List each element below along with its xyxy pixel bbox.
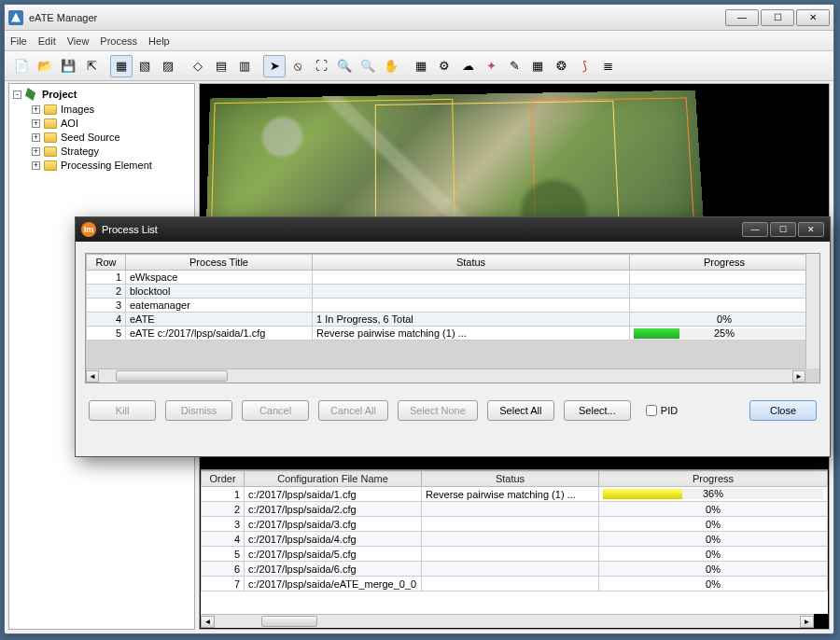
main-maximize-button[interactable] <box>761 9 794 26</box>
col-progress[interactable]: Progress <box>599 471 828 487</box>
dialog-close-button[interactable] <box>798 222 824 237</box>
table-row[interactable]: 1 eWkspace <box>87 271 819 285</box>
scroll-thumb[interactable] <box>116 370 228 382</box>
table-row[interactable]: 2 c:/2017/lpsp/saida/2.cfg 0% <box>202 502 828 517</box>
config-table[interactable]: Order Configuration File Name Status Pro… <box>201 470 828 591</box>
tree-item-strategy[interactable]: + Strategy <box>32 146 190 157</box>
tb-save-icon[interactable]: 💾 <box>57 55 79 77</box>
scroll-right-icon[interactable]: ► <box>792 370 805 383</box>
main-titlebar[interactable]: eATE Manager <box>5 5 833 31</box>
tb-cog-icon[interactable]: ❂ <box>550 55 572 77</box>
table-row[interactable]: 6 c:/2017/lpsp/saida/6.cfg 0% <box>202 562 828 577</box>
table-row[interactable]: 5 c:/2017/lpsp/saida/5.cfg 0% <box>202 547 828 562</box>
table-row[interactable]: 2 blocktool <box>87 285 819 299</box>
tb-overlay-icon[interactable]: ▨ <box>157 55 179 77</box>
folder-icon <box>44 118 57 129</box>
tb-pointer-icon[interactable]: ➤ <box>263 55 286 77</box>
tb-table-icon[interactable]: ▦ <box>410 55 432 77</box>
scroll-left-icon[interactable]: ◄ <box>86 370 99 383</box>
expand-icon[interactable]: + <box>32 119 40 128</box>
pid-checkbox[interactable]: PID <box>646 405 678 416</box>
tb-cloud-icon[interactable]: ☁ <box>456 55 479 77</box>
process-table-wrap: Row Process Title Status Progress 1 eWks… <box>85 253 820 383</box>
tb-sort-icon[interactable]: ≣ <box>596 55 619 77</box>
folder-icon <box>44 132 57 143</box>
expand-icon[interactable]: + <box>32 147 40 156</box>
scroll-right-icon[interactable]: ► <box>800 616 814 628</box>
tb-pan-icon[interactable]: ✋ <box>380 55 402 77</box>
tb-layers-icon[interactable]: ▦ <box>110 55 133 77</box>
menu-help[interactable]: Help <box>148 35 170 47</box>
col-process-title[interactable]: Process Title <box>126 255 313 271</box>
dialog-minimize-button[interactable] <box>742 222 768 237</box>
col-row[interactable]: Row <box>87 255 126 271</box>
table-row[interactable]: 4 eATE 1 In Progress, 6 Total 0% <box>87 313 819 327</box>
process-vscroll[interactable] <box>805 254 819 369</box>
tree-label: Strategy <box>61 146 99 157</box>
main-close-button[interactable] <box>796 9 830 26</box>
kill-button[interactable]: Kill <box>89 400 156 421</box>
col-status[interactable]: Status <box>313 255 630 271</box>
config-hscroll[interactable]: ◄ ► <box>201 614 814 628</box>
expand-icon[interactable]: + <box>32 161 40 170</box>
process-table[interactable]: Row Process Title Status Progress 1 eWks… <box>86 254 819 341</box>
tb-panel-icon[interactable]: ▥ <box>233 55 256 77</box>
tb-export-icon[interactable]: ⇱ <box>80 55 103 77</box>
select-none-button[interactable]: Select None <box>398 400 478 421</box>
menubar: File Edit View Process Help <box>5 31 833 51</box>
tb-gear-icon[interactable]: ⚙ <box>433 55 455 77</box>
tb-zoomout-icon[interactable]: 🔍 <box>357 55 379 77</box>
tree-root[interactable]: - Project <box>13 88 190 101</box>
pid-checkbox-input[interactable] <box>646 405 657 416</box>
cancel-button[interactable]: Cancel <box>242 400 309 421</box>
tb-open-icon[interactable]: 📂 <box>34 55 56 77</box>
col-cfg[interactable]: Configuration File Name <box>245 471 422 487</box>
tree-item-seed-source[interactable]: + Seed Source <box>32 132 190 143</box>
table-row[interactable]: 3 c:/2017/lpsp/saida/3.cfg 0% <box>202 517 828 532</box>
col-progress[interactable]: Progress <box>630 255 819 271</box>
table-row[interactable]: 1 c:/2017/lpsp/saida/1.cfg Reverse pairw… <box>202 487 828 502</box>
scroll-thumb[interactable] <box>261 616 317 627</box>
tree-item-images[interactable]: + Images <box>32 104 190 115</box>
menu-file[interactable]: File <box>10 35 27 47</box>
scroll-left-icon[interactable]: ◄ <box>201 616 215 628</box>
col-status[interactable]: Status <box>422 471 599 487</box>
close-button[interactable]: Close <box>749 400 817 421</box>
select-all-button[interactable]: Select All <box>487 400 554 421</box>
tb-grid-icon[interactable]: ▤ <box>210 55 232 77</box>
tb-stack-icon[interactable]: ▧ <box>133 55 156 77</box>
toolbar: 📄 📂 💾 ⇱ ▦ ▧ ▨ ◇ ▤ ▥ ➤ ⦸ ⛶ 🔍 🔍 ✋ ▦ ⚙ ☁ ✦ … <box>5 51 833 81</box>
expand-icon[interactable]: + <box>32 133 40 142</box>
expand-icon[interactable]: + <box>32 105 40 114</box>
menu-process[interactable]: Process <box>100 35 137 47</box>
app-icon <box>8 10 23 25</box>
tree-item-processing-element[interactable]: + Processing Element <box>32 160 190 171</box>
tb-noaction-icon[interactable]: ⦸ <box>287 55 309 77</box>
main-minimize-button[interactable] <box>725 9 759 26</box>
table-row[interactable]: 5 eATE c:/2017/lpsp/saida/1.cfg Reverse … <box>87 327 819 341</box>
tb-spark-icon[interactable]: ✦ <box>480 55 502 77</box>
dismiss-button[interactable]: Dismiss <box>165 400 232 421</box>
menu-view[interactable]: View <box>67 35 90 47</box>
tb-extent-icon[interactable]: ⛶ <box>310 55 332 77</box>
process-hscroll[interactable]: ◄ ► <box>86 369 805 383</box>
dialog-maximize-button[interactable] <box>770 222 796 237</box>
tree-item-aoi[interactable]: + AOI <box>32 118 190 129</box>
tb-diamond-icon[interactable]: ◇ <box>187 55 209 77</box>
table-row[interactable]: 7 c:/2017/lpsp/saida/eATE_merge_0_0 0% <box>202 577 828 591</box>
collapse-icon[interactable]: - <box>13 90 21 99</box>
menu-edit[interactable]: Edit <box>38 35 56 47</box>
tb-wand-icon[interactable]: ✎ <box>503 55 525 77</box>
col-order[interactable]: Order <box>202 471 245 487</box>
tb-new-icon[interactable]: 📄 <box>10 55 33 77</box>
table-row[interactable]: 3 eatemanager <box>87 299 819 313</box>
cancel-all-button[interactable]: Cancel All <box>318 400 388 421</box>
tb-swatch-icon[interactable]: ▦ <box>526 55 549 77</box>
dialog-titlebar[interactable]: Im Process List <box>76 217 830 242</box>
dialog-title: Process List <box>102 224 740 235</box>
select-button[interactable]: Select... <box>564 400 631 421</box>
tb-zoomin-icon[interactable]: 🔍 <box>333 55 356 77</box>
table-row[interactable]: 4 c:/2017/lpsp/saida/4.cfg 0% <box>202 532 828 547</box>
tree-label: AOI <box>61 118 78 129</box>
tb-script-icon[interactable]: ⟆ <box>573 55 595 77</box>
